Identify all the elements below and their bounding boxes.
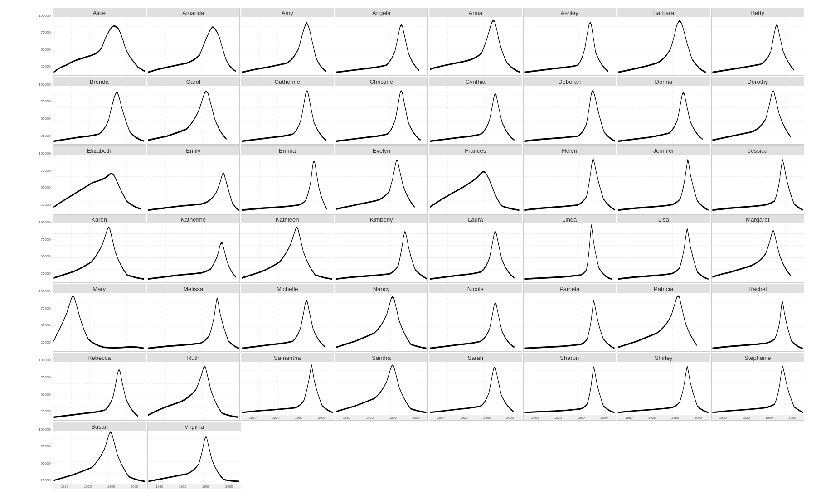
panel-frances: Frances	[429, 145, 522, 213]
row-5: 100000750005000025000RebeccaRuthSamantha…	[27, 352, 805, 421]
panel-dorothy: Dorothy	[711, 77, 805, 145]
panel-title-samantha: Samantha	[241, 353, 334, 362]
panel-helen: Helen	[523, 145, 617, 213]
x-tick: 2000	[225, 485, 233, 489]
y-tick: 100000	[39, 290, 51, 293]
panel-empty	[617, 422, 710, 489]
panel-angela: Angela	[335, 8, 428, 76]
panel-plot-carol	[147, 86, 240, 144]
panel-title-stephanie: Stephanie	[712, 353, 804, 362]
panel-plot-evelyn	[335, 155, 428, 213]
panel-empty	[430, 422, 523, 489]
y-tick: 100000	[39, 428, 51, 431]
y-tick: 75000	[41, 307, 51, 310]
panel-cynthia: Cynthia	[429, 77, 522, 145]
y-tick: 75000	[41, 238, 51, 242]
panel-plot-cynthia	[429, 86, 522, 144]
y-tick: 50000	[41, 117, 51, 121]
panel-plot-pamela	[524, 293, 616, 351]
panel-title-mary: Mary	[53, 284, 146, 293]
panel-anna: Anna	[429, 8, 522, 76]
x-tick: 1880	[625, 416, 633, 420]
panel-katherine: Katherine	[147, 214, 240, 282]
panel-emma: Emma	[241, 145, 334, 213]
panel-title-amy: Amy	[241, 8, 334, 17]
panel-catherine: Catherine	[241, 77, 334, 145]
y-tick: 75000	[41, 100, 51, 103]
y-tick: 75000	[41, 445, 51, 448]
panel-alice: Alice	[53, 8, 146, 76]
panel-title-sarah: Sarah	[429, 353, 522, 362]
x-axis-label	[52, 490, 805, 497]
panel-title-brenda: Brenda	[53, 77, 146, 86]
panel-title-barbara: Barbara	[617, 8, 710, 17]
y-ticks-row-1: 100000750005000025000	[27, 76, 52, 145]
panel-sandra: Sandra1880192019602000	[335, 353, 428, 421]
panel-plot-susan	[53, 431, 146, 484]
panel-plot-laura	[429, 223, 522, 282]
panel-plot-elizabeth	[53, 155, 146, 213]
panel-margaret: Margaret	[711, 214, 805, 282]
x-tick: 1920	[366, 416, 374, 420]
panel-title-linda: Linda	[524, 215, 616, 223]
panel-plot-michelle	[241, 293, 334, 351]
panel-plot-sharon	[524, 362, 616, 415]
panel-title-lisa: Lisa	[617, 215, 710, 223]
panel-title-alice: Alice	[53, 8, 146, 17]
panel-christine: Christine	[335, 77, 428, 145]
panel-stephanie: Stephanie1880192019602000	[711, 353, 805, 421]
y-tick: 50000	[41, 393, 51, 397]
panel-plot-rebecca	[53, 362, 146, 420]
panel-susan: Susan1880192019602000	[53, 422, 146, 489]
panel-plot-virginia	[148, 431, 241, 484]
x-tick: 1880	[155, 485, 163, 489]
y-tick: 25000	[41, 410, 51, 413]
panels-row-1: BrendaCarolCatherineChristineCynthiaDebo…	[52, 76, 805, 145]
panel-plot-brenda	[53, 86, 146, 144]
panel-plot-kimberly	[335, 223, 428, 282]
panel-amy: Amy	[241, 8, 334, 76]
x-tick: 1920	[84, 485, 92, 489]
y-tick: 100000	[39, 221, 51, 224]
panel-title-carol: Carol	[147, 77, 240, 86]
panel-evelyn: Evelyn	[335, 145, 428, 213]
y-tick: 25000	[41, 65, 51, 68]
y-tick: 100000	[39, 14, 51, 18]
panel-plot-ruth	[147, 362, 240, 420]
panel-title-nicole: Nicole	[429, 284, 522, 293]
x-tick: 1960	[389, 416, 397, 420]
panel-brenda: Brenda	[53, 77, 146, 145]
y-tick: 100000	[39, 359, 51, 362]
panel-title-michelle: Michelle	[241, 284, 334, 293]
panel-title-rebecca: Rebecca	[53, 353, 146, 362]
panel-title-betty: Betty	[712, 8, 804, 17]
x-tick: 1920	[648, 416, 656, 420]
x-tick: 1880	[343, 416, 351, 420]
panels-row-6: Susan1880192019602000Virginia18801920196…	[52, 421, 805, 490]
x-tick: 1960	[671, 416, 679, 420]
panel-plot-sandra	[335, 362, 428, 415]
y-ticks-row-4: 100000750005000025000	[27, 283, 52, 352]
panel-plot-barbara	[617, 17, 710, 75]
panel-rebecca: Rebecca	[53, 353, 146, 421]
y-tick: 25000	[41, 479, 51, 482]
x-tick: 1880	[437, 416, 445, 420]
panels-row-0: AliceAmandaAmyAngelaAnnaAshleyBarbaraBet…	[52, 7, 805, 76]
panel-plot-rachel	[712, 293, 804, 351]
y-ticks-row-0: 100000750005000025000	[27, 7, 52, 76]
x-tick: 2000	[412, 416, 420, 420]
panel-title-emily: Emily	[147, 146, 240, 155]
panel-jennifer: Jennifer	[617, 145, 710, 213]
panel-title-anna: Anna	[429, 8, 522, 17]
y-tick: 75000	[41, 31, 51, 34]
panel-title-patricia: Patricia	[617, 284, 710, 293]
panel-plot-emily	[147, 155, 240, 213]
x-tick: 1960	[765, 416, 773, 420]
panel-laura: Laura	[429, 214, 522, 282]
panels-row-5: RebeccaRuthSamantha1880192019602000Sandr…	[52, 352, 805, 421]
panel-donna: Donna	[617, 77, 710, 145]
panel-plot-patricia	[617, 293, 710, 351]
panel-plot-lisa	[617, 223, 710, 282]
panel-melissa: Melissa	[147, 284, 240, 352]
y-ticks-row-5: 100000750005000025000	[27, 352, 52, 421]
